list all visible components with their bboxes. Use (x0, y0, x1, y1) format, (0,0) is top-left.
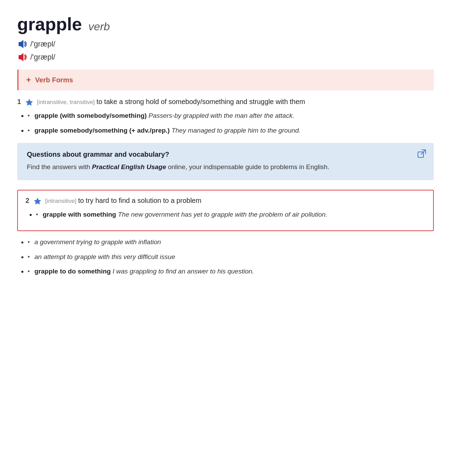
example-1-1: grapple (with somebody/something) Passer… (28, 111, 434, 121)
external-link-icon[interactable] (417, 149, 426, 160)
verb-forms-bar[interactable]: + Verb Forms (17, 70, 434, 90)
svg-marker-1 (19, 53, 23, 61)
example-plain-1: a government trying to grapple with infl… (28, 237, 434, 247)
example-extra-1: grapple to do something I was grappling … (28, 267, 434, 277)
example-phrase-1-2: grapple somebody/something (+ adv./prep.… (34, 127, 170, 134)
grammar-box-link[interactable]: Practical English Usage (92, 163, 166, 170)
def-tag-2: [intransitive] (45, 198, 76, 204)
example-phrase-extra-1: grapple to do something (34, 268, 111, 275)
headword: grapple (17, 14, 82, 34)
audio-icon-american[interactable] (17, 52, 27, 62)
pronunciation-ipa-british: /'græpl/ (30, 40, 55, 49)
star-icon-2 (34, 197, 43, 204)
pronunciation-british[interactable]: /'græpl/ (17, 39, 434, 49)
example-phrase-2-1: grapple with something (43, 211, 116, 218)
title-row: grapple verb (17, 14, 434, 34)
svg-marker-0 (19, 40, 23, 48)
def-text-1: to take a strong hold of somebody/someth… (96, 98, 305, 105)
example-sentence-extra-1: I was grappling to find an answer to his… (113, 268, 254, 275)
def-tag-1: [intransitive, transitive] (37, 99, 95, 105)
grammar-box: Questions about grammar and vocabulary? … (17, 143, 434, 180)
star-icon-1 (25, 99, 35, 105)
examples-list-1: grapple (with somebody/something) Passer… (28, 111, 434, 135)
examples-plain-list: a government trying to grapple with infl… (28, 237, 434, 277)
example-1-2: grapple somebody/something (+ adv./prep.… (28, 126, 434, 136)
example-sentence-1-2: They managed to grapple him to the groun… (171, 127, 301, 134)
pronunciation-american[interactable]: /'græpl/ (17, 52, 434, 62)
verb-forms-label: Verb Forms (35, 76, 73, 84)
pronunciation-ipa-american: /'græpl/ (30, 53, 55, 62)
example-sentence-1-1: Passers-by grappled with the man after t… (148, 112, 294, 119)
svg-marker-5 (34, 198, 41, 204)
example-phrase-1-1: grapple (with somebody/something) (34, 112, 147, 119)
grammar-body-end: online, your indispensable guide to prob… (166, 163, 329, 170)
example-2-1: grapple with something The new governmen… (36, 210, 426, 220)
def-number-2: 2 (25, 197, 29, 204)
verb-forms-plus: + (26, 75, 31, 85)
examples-highlighted-list: grapple with something The new governmen… (36, 210, 426, 220)
grammar-box-body: Find the answers with Practical English … (27, 162, 424, 172)
example-sentence-2-1: The new government has yet to grapple wi… (118, 211, 327, 218)
example-plain-2: an attempt to grapple with this very dif… (28, 252, 434, 262)
def-text-2: to try hard to find a solution to a prob… (78, 197, 201, 204)
def-number-1: 1 (17, 98, 21, 105)
audio-icon-british[interactable] (17, 39, 27, 49)
svg-marker-2 (26, 99, 33, 105)
part-of-speech: verb (88, 20, 110, 33)
grammar-body-start: Find the answers with (27, 163, 92, 170)
grammar-box-title: Questions about grammar and vocabulary? (27, 151, 424, 158)
definition-2: 2 [intransitive] to try hard to find a s… (17, 190, 434, 231)
definitions-section: 1 [intransitive, transitive] to take a s… (17, 98, 434, 277)
definition-1: 1 [intransitive, transitive] to take a s… (17, 98, 434, 180)
